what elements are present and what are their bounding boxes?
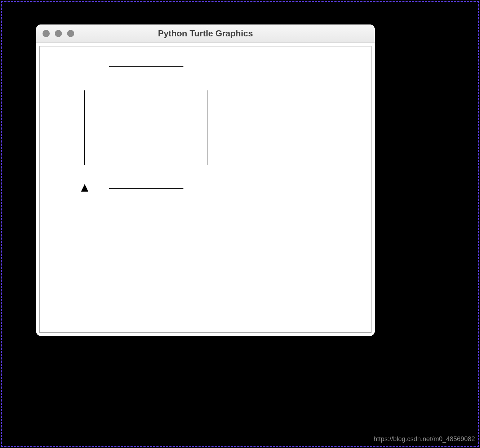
window-title: Python Turtle Graphics (36, 28, 375, 39)
minimize-icon[interactable] (55, 30, 62, 37)
watermark-text: https://blog.csdn.net/m0_48569082 (374, 435, 475, 443)
zoom-icon[interactable] (67, 30, 74, 37)
window-controls (36, 30, 74, 37)
turtle-window: Python Turtle Graphics (36, 24, 375, 336)
window-titlebar[interactable]: Python Turtle Graphics (36, 24, 375, 42)
svg-marker-0 (81, 184, 88, 192)
turtle-drawing (40, 46, 371, 332)
turtle-canvas[interactable] (39, 46, 372, 333)
close-icon[interactable] (43, 30, 50, 37)
turtle-cursor-icon (81, 184, 88, 192)
canvas-frame (36, 42, 375, 336)
